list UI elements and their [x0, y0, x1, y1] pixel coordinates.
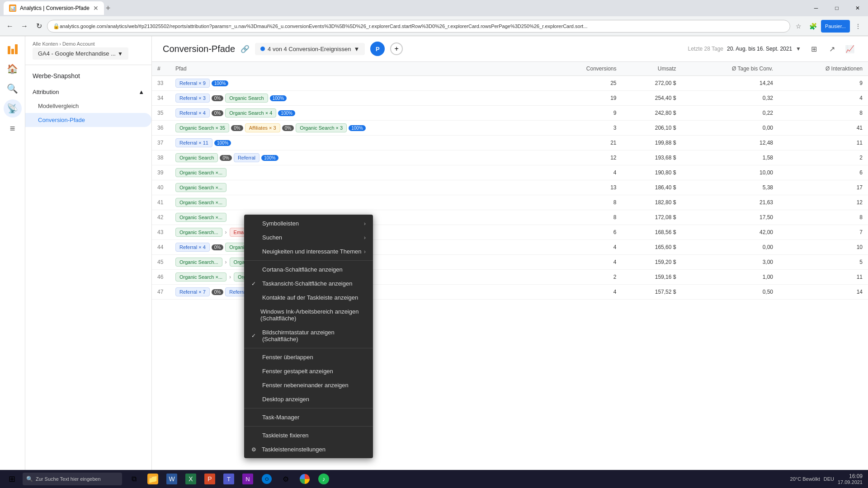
taskbar-excel[interactable]: X	[182, 470, 200, 488]
maximize-button[interactable]: □	[826, 0, 847, 16]
context-menu-item[interactable]: Neuigkeiten und interessante Themen›	[244, 244, 373, 258]
context-menu-item-label: Windows Ink-Arbeitsbereich anzeigen (Sch…	[260, 308, 366, 322]
cell-interactions: 17	[778, 180, 868, 195]
taskbar-spotify[interactable]: ♪	[315, 470, 333, 488]
taskbar-teams[interactable]: T	[220, 470, 238, 488]
context-menu-item[interactable]: Fenster überlappen	[244, 350, 373, 364]
context-menu-item[interactable]: ✓Bildschirmtastatur anzeigen (Schaltfläc…	[244, 325, 373, 346]
context-menu-item[interactable]: Desktop anzeigen	[244, 392, 373, 406]
path-cell: Referral × 11100%	[175, 138, 392, 147]
context-menu-item-label: Fenster überlappen	[262, 354, 313, 361]
add-button[interactable]: +	[390, 42, 403, 55]
path-tag: Affiliates × 3	[245, 123, 280, 132]
context-menu-item[interactable]: Taskleiste fixieren	[244, 428, 373, 442]
taskbar-explorer[interactable]: 📁	[144, 470, 162, 488]
report-info-icon[interactable]: 🔗	[241, 45, 250, 53]
pct-badge: 100%	[270, 95, 287, 101]
url-bar[interactable]: 🔒 analytics.google.com/analytics/web/#p2…	[47, 20, 790, 33]
tab-title: Analytics | Conversion-Pfade	[20, 5, 90, 11]
table-row: 35Referral × 40%Organic Search × 4100%92…	[152, 106, 868, 121]
context-menu-item[interactable]: Fenster gestapelt anzeigen	[244, 364, 373, 378]
svg-rect-4	[15, 44, 18, 54]
nav-search-icon[interactable]: 🔍	[4, 80, 22, 98]
cell-interactions: 8	[778, 106, 868, 121]
start-button[interactable]: ⊞	[2, 470, 22, 488]
new-tab-button[interactable]: +	[106, 4, 111, 13]
taskbar-onenote[interactable]: N	[239, 470, 257, 488]
gear-icon: ⚙	[251, 446, 256, 453]
property-selector[interactable]: GA4 - Google Merchandise ... ▼	[33, 47, 128, 60]
refresh-button[interactable]: ↻	[33, 20, 45, 33]
tab-close-button[interactable]: ✕	[93, 5, 99, 12]
path-tag: Referral × 4	[175, 108, 210, 117]
sidebar: Alle Konten › Demo Account GA4 - Google …	[25, 36, 152, 488]
col-days: Ø Tage bis Conv.	[681, 62, 778, 76]
taskbar-word[interactable]: W	[163, 470, 181, 488]
nav-reports-icon[interactable]: ≡	[4, 119, 22, 137]
menu-button[interactable]: ⋮	[852, 20, 864, 33]
cell-revenue: 159,20 $	[622, 255, 682, 270]
pct-badge: 100%	[214, 140, 231, 146]
nav-home-nav-icon[interactable]: 🏠	[4, 60, 22, 78]
context-menu-item[interactable]: ✓Taskansicht-Schaltfläche anzeigen	[244, 277, 373, 291]
cell-interactions: 6	[778, 165, 868, 180]
context-menu-item[interactable]: Windows Ink-Arbeitsbereich anzeigen (Sch…	[244, 305, 373, 325]
breadcrumb-part1: Alle Konten	[33, 41, 58, 47]
sidebar-section-title[interactable]: Attribution ▲	[25, 85, 151, 99]
context-menu-item[interactable]: ⚙Taskleisteneinstellungen	[244, 442, 373, 456]
cell-conversions: 19	[545, 91, 622, 106]
cell-interactions: 8	[778, 210, 868, 225]
cell-conversions: 25	[545, 76, 622, 91]
cell-days: 0,22	[681, 106, 778, 121]
taskbar-chrome[interactable]	[296, 470, 314, 488]
cell-days: 14,24	[681, 76, 778, 91]
nav-attribution-icon[interactable]: 📡	[4, 99, 22, 117]
context-menu-item[interactable]: Cortana-Schaltfläche anzeigen	[244, 263, 373, 277]
context-menu-item[interactable]: Kontakte auf der Taskleiste anzeigen	[244, 291, 373, 305]
taskbar-datetime: 16:09 17.09.2021	[838, 473, 863, 485]
path-tag: Organic Search × 3	[296, 123, 347, 132]
chart-icon[interactable]: 📈	[843, 42, 857, 56]
sidebar-item-conversion-pfade[interactable]: Conversion-Pfade	[25, 113, 151, 127]
date-range-dropdown[interactable]: ▼	[796, 46, 801, 52]
context-menu-item[interactable]: Symbolleisten›	[244, 216, 373, 230]
taskbar-cortana[interactable]: ○	[258, 470, 276, 488]
breadcrumb: Alle Konten › Demo Account	[33, 41, 128, 47]
context-menu-item[interactable]: Fenster nebeneinander anzeigen	[244, 378, 373, 392]
pct-badge: 100%	[212, 80, 229, 86]
taskbar-search[interactable]: 🔍 Zur Suche Text hier eingeben	[23, 473, 122, 485]
table-row: 37Referral × 11100%21199,88 $12,4811	[152, 136, 868, 150]
back-button[interactable]: ←	[4, 20, 16, 33]
profile-icon[interactable]: P	[370, 42, 385, 56]
sidebar-item-modellvergleich[interactable]: Modellvergleich	[25, 99, 151, 113]
path-cell: Organic Search × 350%Affiliates × 30%Org…	[175, 123, 392, 132]
taskbar-taskview[interactable]: ⧉	[125, 470, 143, 488]
taskbar-powerpoint[interactable]: P	[201, 470, 219, 488]
minimize-button[interactable]: ─	[806, 0, 826, 16]
context-menu-item[interactable]: Task-Manager	[244, 410, 373, 424]
forward-button[interactable]: →	[18, 20, 31, 33]
report-header: Conversion-Pfade 🔗 4 von 4 Conversion-Er…	[152, 36, 868, 62]
active-tab[interactable]: 📊 Analytics | Conversion-Pfade ✕	[4, 1, 104, 15]
cell-days: 0,50	[681, 285, 778, 300]
cell-revenue: 165,60 $	[622, 240, 682, 255]
share-icon[interactable]: ↗	[825, 42, 839, 56]
nav-home-icon[interactable]	[4, 40, 22, 58]
pct-badge: 0%	[212, 244, 223, 250]
address-icons: ☆ 🧩 Pausier... ⋮	[792, 20, 864, 33]
taskbar-settings[interactable]: ⚙	[277, 470, 295, 488]
pause-button[interactable]: Pausier...	[821, 20, 850, 33]
event-selector[interactable]: 4 von 4 Conversion-Ereignissen ▼	[255, 43, 365, 55]
extensions-button[interactable]: 🧩	[807, 20, 819, 33]
date-range-value: 20. Aug. bis 16. Sept. 2021	[727, 46, 792, 52]
context-menu-item[interactable]: Suchen›	[244, 230, 373, 244]
cell-days: 21,63	[681, 195, 778, 210]
path-tag: Organic Search ×...	[175, 198, 226, 207]
close-button[interactable]: ✕	[847, 0, 868, 16]
cell-days: 1,58	[681, 150, 778, 165]
path-tag: Organic Search	[175, 153, 218, 162]
bookmark-button[interactable]: ☆	[792, 20, 805, 33]
tab-favicon: 📊	[9, 5, 16, 12]
property-dropdown-icon: ▼	[118, 51, 123, 57]
table-view-icon[interactable]: ⊞	[807, 42, 821, 56]
